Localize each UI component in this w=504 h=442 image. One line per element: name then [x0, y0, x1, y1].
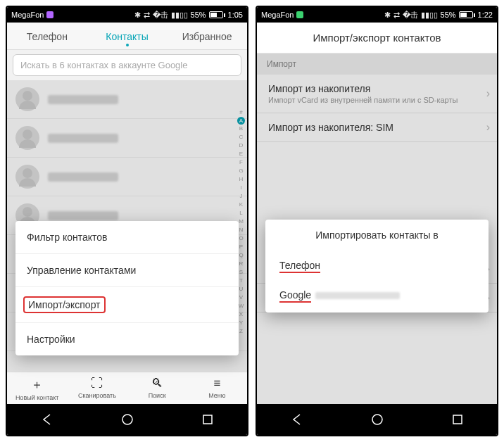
status-bar: MegaFon ✱ ⇄ �击 ▮▮▯▯ 55% 1:22	[257, 7, 497, 23]
svg-rect-3	[453, 415, 462, 424]
menu-manage-contacts[interactable]: Управление контактами	[15, 254, 239, 287]
vibrate-icon: ⇄	[393, 11, 400, 20]
wifi-icon: �击	[403, 10, 418, 20]
nav-home-icon[interactable]	[121, 413, 134, 426]
action-new-contact[interactable]: ＋Новый контакт	[7, 372, 67, 404]
battery-icon	[209, 11, 225, 18]
svg-point-2	[372, 415, 382, 424]
battery-percent: 55%	[441, 11, 456, 19]
clock: 1:22	[478, 11, 493, 19]
tab-favorites[interactable]: Избранное	[167, 23, 247, 49]
bluetooth-icon: ✱	[384, 11, 391, 20]
nav-back-icon[interactable]	[291, 413, 303, 426]
phone-left-contacts: MegaFon ✱ ⇄ �击 ▮▮▯▯ 55% 1:05 Телефон Кон…	[6, 6, 248, 436]
plus-icon: ＋	[7, 377, 67, 393]
signal-icon: ▮▮▯▯	[421, 11, 438, 20]
tabs: Телефон Контакты Избранное	[7, 23, 247, 50]
google-account-blurred	[315, 292, 400, 299]
menu-settings[interactable]: Настройки	[15, 323, 239, 355]
vibrate-icon: ⇄	[144, 11, 150, 20]
contacts-list[interactable]: #ABCDEFGHIJKLMNOPQRSTUVWXYZ Фильтр конта…	[7, 80, 247, 372]
bluetooth-icon: ✱	[134, 11, 141, 20]
battery-icon	[459, 11, 475, 18]
carrier: MegaFon	[11, 11, 53, 19]
bottom-actions: ＋Новый контакт ⛶Сканировать 🔍︎Поиск ≡Мен…	[7, 372, 247, 404]
clock: 1:05	[228, 11, 243, 19]
sim-icon	[296, 11, 303, 18]
search-input[interactable]: Искать в 6 контактах в аккаунте Google	[13, 54, 241, 76]
import-export-list: Импорт Импорт из накопителя Импорт vCard…	[257, 53, 497, 404]
dialog-title: Импортировать контакты в	[265, 220, 489, 251]
sim-icon	[46, 11, 53, 18]
signal-icon: ▮▮▯▯	[171, 11, 188, 20]
menu-filter-contacts[interactable]: Фильтр контактов	[15, 221, 239, 254]
carrier: MegaFon	[261, 11, 303, 19]
import-target-dialog: Импортировать контакты в Телефон Google	[265, 220, 489, 312]
action-scan[interactable]: ⛶Сканировать	[67, 372, 127, 404]
phone-right-importexport: MegaFon ✱ ⇄ �击 ▮▮▯▯ 55% 1:22 Импорт/эксп…	[256, 6, 498, 436]
nav-bar	[257, 404, 497, 435]
status-bar: MegaFon ✱ ⇄ �击 ▮▮▯▯ 55% 1:05	[7, 7, 247, 23]
nav-recent-icon[interactable]	[202, 414, 213, 425]
menu-import-export[interactable]: Импорт/экспорт	[15, 287, 239, 323]
tab-phone[interactable]: Телефон	[7, 23, 87, 49]
wifi-icon: �击	[153, 10, 168, 20]
nav-recent-icon[interactable]	[452, 414, 463, 425]
action-menu[interactable]: ≡Меню	[187, 372, 247, 404]
dialog-option-google[interactable]: Google	[265, 280, 489, 310]
battery-percent: 55%	[191, 11, 206, 19]
page-title: Импорт/экспорт контактов	[257, 23, 497, 53]
action-search[interactable]: 🔍︎Поиск	[127, 372, 187, 404]
svg-rect-1	[203, 415, 212, 424]
scan-icon: ⛶	[67, 377, 127, 391]
nav-home-icon[interactable]	[371, 413, 384, 426]
overflow-menu: Фильтр контактов Управление контактами И…	[15, 221, 239, 355]
nav-bar	[7, 404, 247, 435]
menu-icon: ≡	[187, 377, 247, 391]
svg-point-0	[122, 415, 132, 424]
dialog-option-phone[interactable]: Телефон	[265, 251, 489, 280]
nav-back-icon[interactable]	[41, 413, 53, 426]
tab-contacts[interactable]: Контакты	[87, 23, 168, 49]
search-icon: 🔍︎	[127, 377, 187, 391]
